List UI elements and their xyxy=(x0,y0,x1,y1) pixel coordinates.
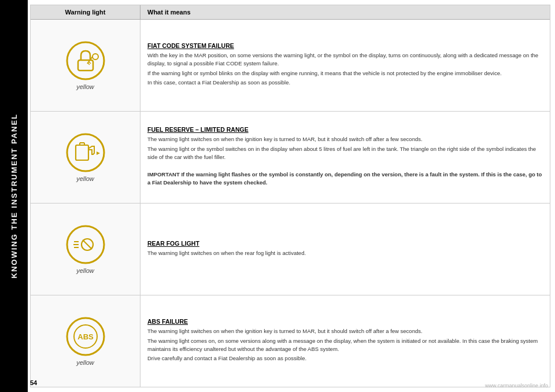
body-para: With the key in the MAR position, on som… xyxy=(147,51,543,68)
abs-icon: ABS xyxy=(65,316,106,357)
fog-light-icon xyxy=(65,224,106,265)
entry-title-4: ABS FAILURE xyxy=(147,318,543,325)
svg-line-5 xyxy=(88,63,90,65)
text-cell-fiat-code: FIAT CODE SYSTEM FAILURE With the key in… xyxy=(140,20,550,111)
icon-label-2: yellow xyxy=(76,175,94,182)
entry-body-2: The warning light switches on when the i… xyxy=(147,135,543,188)
entry-title-2: FUEL RESERVE – LIMITED RANGE xyxy=(147,126,543,133)
svg-line-4 xyxy=(89,62,91,64)
header-warning-light: Warning light xyxy=(31,5,140,19)
body-para: The warning light comes on, on some vers… xyxy=(147,337,543,353)
text-cell-fuel: FUEL RESERVE – LIMITED RANGE The warning… xyxy=(140,112,550,203)
svg-rect-1 xyxy=(78,60,93,71)
svg-point-2 xyxy=(92,54,98,60)
body-para: Drive carefully and contact a Fiat Deale… xyxy=(147,354,543,363)
text-cell-fog: REAR FOG LIGHT The warning light switche… xyxy=(140,204,550,295)
body-para: In this case, contact a Fiat Dealership … xyxy=(147,79,543,87)
body-para: The warning light switches on when the i… xyxy=(147,135,543,143)
table-row: yellow FIAT CODE SYSTEM FAILURE With the… xyxy=(31,20,550,112)
body-para: The warning light switches on when the i… xyxy=(147,327,543,335)
svg-marker-8 xyxy=(97,151,100,155)
icon-label-3: yellow xyxy=(76,267,94,274)
svg-rect-7 xyxy=(76,145,88,160)
fiat-code-icon xyxy=(65,40,106,81)
page-number: 54 xyxy=(30,379,37,386)
fuel-icon xyxy=(65,132,106,173)
entry-body-4: The warning light switches on when the i… xyxy=(147,327,543,364)
main-content: Warning light What it means yellow xyxy=(28,0,555,392)
table-row: yellow REAR FOG LIGHT The warning light … xyxy=(31,204,550,295)
sidebar: KNOWING THE INSTRUMENT PANEL xyxy=(0,0,28,392)
entry-title-1: FIAT CODE SYSTEM FAILURE xyxy=(147,42,543,49)
icon-cell-fiat-code: yellow xyxy=(31,20,140,111)
icon-label-4: yellow xyxy=(76,359,94,366)
svg-text:ABS: ABS xyxy=(77,332,94,341)
entry-title-3: REAR FOG LIGHT xyxy=(147,240,543,247)
warning-table: Warning light What it means yellow xyxy=(30,5,550,387)
table-row: ABS yellow ABS FAILURE The warning light… xyxy=(31,295,550,387)
icon-cell-fog: yellow xyxy=(31,204,140,295)
body-para: The warning light switches on when the r… xyxy=(147,249,543,257)
text-cell-abs: ABS FAILURE The warning light switches o… xyxy=(140,295,550,387)
table-header: Warning light What it means xyxy=(31,5,550,20)
entry-body-1: With the key in the MAR position, on som… xyxy=(147,51,543,88)
table-row: yellow FUEL RESERVE – LIMITED RANGE The … xyxy=(31,112,550,204)
watermark: www.carmanualsonline.info xyxy=(485,383,548,389)
svg-point-12 xyxy=(67,226,104,263)
sidebar-label: KNOWING THE INSTRUMENT PANEL xyxy=(10,113,18,278)
svg-line-17 xyxy=(83,240,92,249)
body-important: IMPORTANT If the warning light flashes o… xyxy=(147,171,543,187)
body-para: If the warning light or symbol blinks on… xyxy=(147,69,543,77)
icon-cell-abs: ABS yellow xyxy=(31,295,140,387)
body-para: The warning light or the symbol switches… xyxy=(147,145,543,161)
icon-cell-fuel: yellow xyxy=(31,112,140,203)
icon-label-1: yellow xyxy=(76,83,94,90)
entry-body-3: The warning light switches on when the r… xyxy=(147,249,543,259)
header-what-it-means: What it means xyxy=(140,5,550,19)
